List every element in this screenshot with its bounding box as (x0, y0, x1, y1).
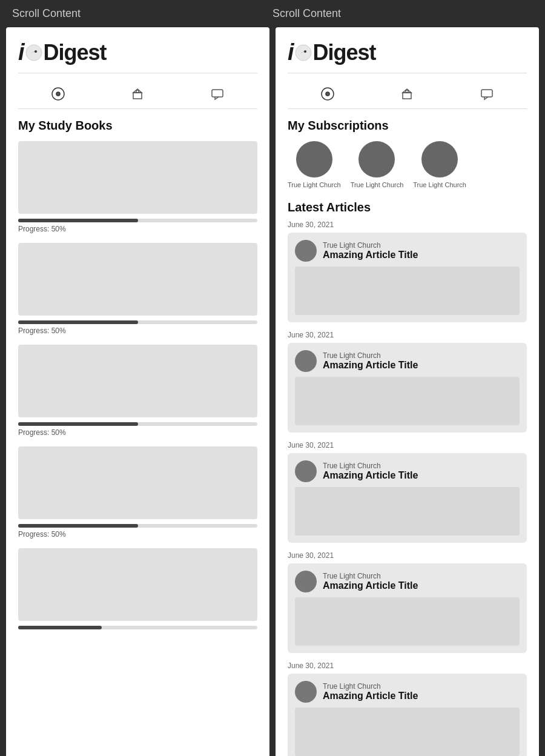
article-date-2: June 30, 2021 (288, 331, 527, 339)
article-header-5: True Light Church Amazing Article Title (295, 681, 520, 703)
svg-marker-5 (133, 89, 142, 93)
progress-fill-5 (18, 626, 102, 629)
progress-label-1: Progress: 50% (18, 225, 257, 233)
svg-rect-12 (403, 93, 411, 99)
progress-bar-2 (18, 320, 257, 324)
progress-bar-5 (18, 626, 257, 629)
logo-left: i Digest (18, 39, 257, 65)
article-card-4[interactable]: True Light Church Amazing Article Title (288, 563, 527, 653)
svg-rect-15 (481, 90, 492, 97)
logo-divider-left (18, 73, 257, 73)
nav-chat-right[interactable] (477, 84, 497, 104)
article-source-1: True Light Church (323, 241, 418, 250)
article-header-2: True Light Church Amazing Article Title (295, 350, 520, 372)
article-image-4 (295, 597, 520, 646)
article-date-4: June 30, 2021 (288, 551, 527, 560)
articles-title: Latest Articles (288, 201, 527, 214)
book-item-4[interactable]: Progress: 50% (18, 446, 257, 539)
svg-marker-13 (403, 89, 411, 93)
article-date-5: June 30, 2021 (288, 662, 527, 670)
progress-label-4: Progress: 50% (18, 530, 257, 539)
progress-label-2: Progress: 50% (18, 327, 257, 335)
article-avatar-3 (295, 460, 317, 482)
subscription-avatar-3 (421, 141, 458, 177)
article-title-4: Amazing Article Title (323, 580, 418, 591)
article-meta-5: True Light Church Amazing Article Title (323, 682, 418, 701)
article-meta-1: True Light Church Amazing Article Title (323, 241, 418, 260)
article-card-3[interactable]: True Light Church Amazing Article Title (288, 453, 527, 543)
book-item-2[interactable]: Progress: 50% (18, 243, 257, 335)
article-card-2[interactable]: True Light Church Amazing Article Title (288, 343, 527, 433)
logo-divider-right (288, 73, 527, 73)
svg-point-9 (304, 50, 306, 53)
left-panel-title: Scroll Content (12, 7, 272, 20)
progress-label-3: Progress: 50% (18, 428, 257, 437)
article-card-1[interactable]: True Light Church Amazing Article Title (288, 233, 527, 322)
article-image-1 (295, 267, 520, 315)
article-date-1: June 30, 2021 (288, 220, 527, 229)
article-meta-2: True Light Church Amazing Article Title (323, 351, 418, 371)
book-item-3[interactable]: Progress: 50% (18, 345, 257, 437)
article-image-5 (295, 708, 520, 756)
subscription-avatar-2 (358, 141, 395, 177)
book-item-5[interactable] (18, 548, 257, 629)
book-cover-4 (18, 446, 257, 519)
article-meta-3: True Light Church Amazing Article Title (323, 462, 418, 481)
article-avatar-2 (295, 350, 317, 372)
nav-home-left[interactable] (48, 84, 68, 104)
nav-bar-right (288, 79, 527, 109)
progress-fill-1 (18, 219, 138, 222)
subscription-item-3[interactable]: True Light Church (413, 141, 466, 188)
subscription-label-1: True Light Church (288, 181, 341, 188)
progress-bar-3 (18, 422, 257, 426)
svg-rect-4 (133, 93, 142, 99)
svg-rect-6 (136, 90, 139, 93)
article-title-2: Amazing Article Title (323, 360, 418, 371)
article-source-2: True Light Church (323, 351, 418, 360)
progress-fill-3 (18, 422, 138, 426)
logo-right: i Digest (288, 39, 527, 65)
article-header-1: True Light Church Amazing Article Title (295, 240, 520, 262)
book-cover-1 (18, 141, 257, 214)
nav-church-left[interactable] (128, 84, 147, 104)
book-item-1[interactable]: Progress: 50% (18, 141, 257, 233)
book-cover-3 (18, 345, 257, 417)
progress-fill-2 (18, 320, 138, 324)
svg-point-11 (326, 92, 329, 96)
article-card-5[interactable]: True Light Church Amazing Article Title (288, 674, 527, 756)
logo-bird-icon (25, 44, 43, 62)
progress-bar-4 (18, 524, 257, 528)
article-source-4: True Light Church (323, 572, 418, 580)
article-title-5: Amazing Article Title (323, 691, 418, 701)
article-header-3: True Light Church Amazing Article Title (295, 460, 520, 482)
article-avatar-1 (295, 240, 317, 262)
right-panel: i Digest My Subscriptions (276, 27, 539, 756)
progress-bar-1 (18, 219, 257, 222)
svg-point-0 (26, 45, 42, 61)
article-source-3: True Light Church (323, 462, 418, 470)
study-books-title: My Study Books (18, 119, 257, 133)
book-cover-5 (18, 548, 257, 621)
subscription-item-2[interactable]: True Light Church (351, 141, 404, 188)
svg-point-3 (56, 92, 60, 96)
nav-church-right[interactable] (397, 84, 417, 104)
nav-chat-left[interactable] (208, 84, 227, 104)
right-panel-title: Scroll Content (272, 7, 533, 20)
subscription-label-2: True Light Church (351, 181, 404, 188)
article-header-4: True Light Church Amazing Article Title (295, 571, 520, 592)
article-image-2 (295, 377, 520, 425)
article-avatar-4 (295, 571, 317, 592)
subscriptions-title: My Subscriptions (288, 119, 527, 133)
svg-point-8 (296, 45, 311, 61)
svg-rect-7 (212, 90, 223, 97)
article-date-3: June 30, 2021 (288, 441, 527, 449)
article-image-3 (295, 487, 520, 536)
article-title-3: Amazing Article Title (323, 470, 418, 481)
subscription-item-1[interactable]: True Light Church (288, 141, 341, 188)
logo-bird-icon-right (294, 44, 312, 62)
subscriptions-row: True Light Church True Light Church True… (288, 141, 527, 188)
nav-home-right[interactable] (318, 84, 337, 104)
svg-point-1 (35, 50, 37, 53)
nav-bar-left (18, 79, 257, 109)
subscription-avatar-1 (296, 141, 332, 177)
